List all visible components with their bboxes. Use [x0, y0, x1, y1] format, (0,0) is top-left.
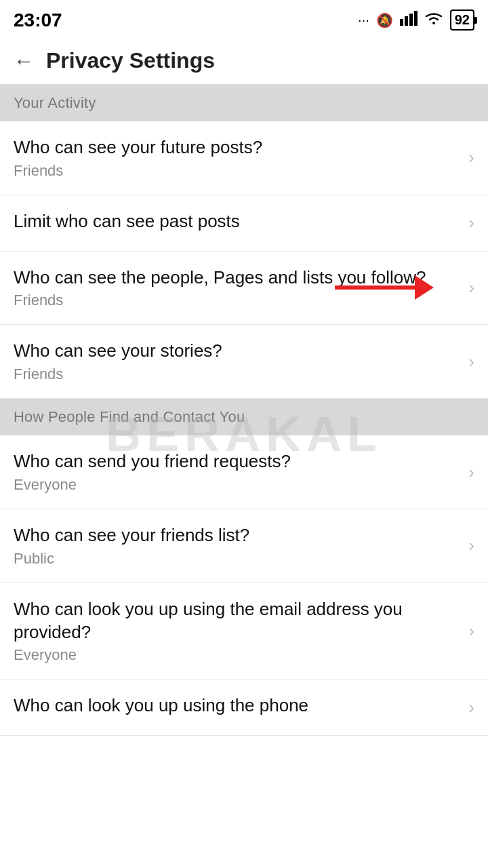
status-icons: ··· 🔕 92 [358, 9, 474, 31]
list-item-content-stories: Who can see your stories?Friends [14, 340, 468, 383]
svg-rect-3 [414, 11, 418, 26]
list-item-future-posts[interactable]: Who can see your future posts?Friends› [0, 121, 488, 195]
list-item-content-friend-requests: Who can send you friend requests?Everyon… [14, 450, 468, 494]
list-item-people-pages-lists[interactable]: Who can see the people, Pages and lists … [0, 252, 488, 326]
back-button[interactable]: ← [14, 50, 34, 73]
list-item-friend-requests[interactable]: Who can send you friend requests?Everyon… [0, 435, 488, 509]
list-item-subtitle-future-posts: Friends [14, 162, 455, 180]
svg-rect-2 [409, 14, 413, 26]
back-arrow-icon: ← [14, 50, 34, 73]
list-item-stories[interactable]: Who can see your stories?Friends› [0, 325, 488, 399]
chevron-icon-phone-lookup: › [468, 697, 474, 718]
list-item-content-limit-past-posts: Limit who can see past posts [14, 210, 468, 236]
list-item-title-email-lookup: Who can look you up using the email addr… [14, 598, 455, 644]
dots-icon: ··· [358, 12, 369, 28]
svg-rect-1 [405, 16, 408, 26]
page-title: Privacy Settings [46, 48, 215, 73]
chevron-icon-future-posts: › [468, 147, 474, 168]
list-item-email-lookup[interactable]: Who can look you up using the email addr… [0, 583, 488, 680]
list-item-title-limit-past-posts: Limit who can see past posts [14, 210, 455, 233]
list-item-title-friend-requests: Who can send you friend requests? [14, 450, 455, 473]
chevron-icon-limit-past-posts: › [468, 212, 474, 233]
chevron-icon-email-lookup: › [468, 620, 474, 642]
battery-indicator: 92 [450, 9, 474, 31]
list-item-friends-list[interactable]: Who can see your friends list?Public› [0, 509, 488, 583]
list-item-phone-lookup[interactable]: Who can look you up using the phone› [0, 679, 488, 736]
chevron-icon-stories: › [468, 351, 474, 372]
list-item-content-people-pages-lists: Who can see the people, Pages and lists … [14, 267, 468, 310]
status-time: 23:07 [14, 9, 62, 31]
chevron-icon-people-pages-lists: › [468, 277, 474, 298]
list-item-content-friends-list: Who can see your friends list?Public [14, 524, 468, 568]
list-item-title-phone-lookup: Who can look you up using the phone [14, 694, 455, 717]
list-item-subtitle-email-lookup: Everyone [14, 646, 455, 664]
section-header-your-activity: Your Activity [0, 85, 488, 121]
wifi-icon [424, 11, 443, 29]
list-item-title-people-pages-lists: Who can see the people, Pages and lists … [14, 267, 455, 290]
section-header-find-contact: How People Find and Contact You [0, 399, 488, 435]
bell-icon: 🔕 [376, 12, 393, 28]
list-item-content-phone-lookup: Who can look you up using the phone [14, 694, 468, 720]
list-item-title-friends-list: Who can see your friends list? [14, 524, 455, 547]
list-item-content-email-lookup: Who can look you up using the email addr… [14, 598, 468, 665]
list-item-subtitle-stories: Friends [14, 366, 455, 383]
list-item-subtitle-friend-requests: Everyone [14, 476, 455, 494]
list-item-limit-past-posts[interactable]: Limit who can see past posts› [0, 195, 488, 252]
list-item-content-future-posts: Who can see your future posts?Friends [14, 136, 468, 180]
svg-rect-0 [400, 19, 403, 26]
page-header: ← Privacy Settings [0, 37, 488, 85]
signal-icon [400, 11, 418, 29]
list-item-title-stories: Who can see your stories? [14, 340, 455, 363]
list-item-subtitle-people-pages-lists: Friends [14, 292, 455, 309]
list-item-subtitle-friends-list: Public [14, 550, 455, 568]
status-bar: 23:07 ··· 🔕 92 [0, 0, 488, 37]
list-item-title-future-posts: Who can see your future posts? [14, 136, 455, 159]
settings-content: Your ActivityWho can see your future pos… [0, 85, 488, 736]
chevron-icon-friends-list: › [468, 535, 474, 556]
chevron-icon-friend-requests: › [468, 462, 474, 483]
